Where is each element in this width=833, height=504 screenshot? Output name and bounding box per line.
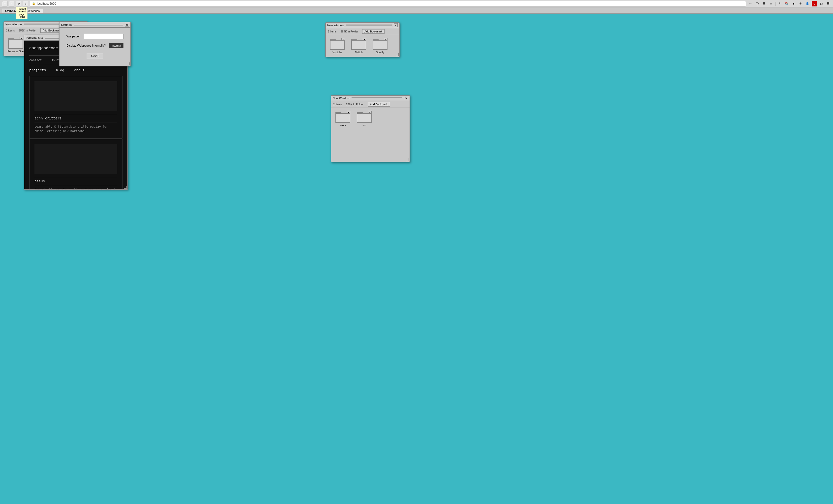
reload-button[interactable]: ↻ Reload current page (⌘R) [16, 1, 21, 6]
items-count-3: 2 items [333, 103, 342, 106]
browser-tabs: StartWave New Window [0, 7, 416, 14]
settings-wallpaper-row: Wallpaper [63, 32, 127, 41]
folder-youtube[interactable]: ✕ Youtube [329, 38, 346, 54]
new-window-2-content: ✕ Youtube ✕ Twitch ✕ [326, 35, 399, 57]
folder-body-jira [357, 113, 372, 123]
section-about[interactable]: about [74, 68, 85, 72]
internal-toggle[interactable]: Internal [109, 43, 123, 48]
folder-body-twitch [351, 41, 366, 50]
save-button[interactable]: SAVE [87, 53, 103, 59]
new-window-2-resize[interactable] [396, 53, 399, 56]
settings-body: Wallpaper Display Webpages Internally? I… [60, 28, 130, 66]
folder-label-spotify: Spotify [376, 51, 384, 54]
folder-label-jira: Jira [362, 124, 366, 127]
address-bar[interactable]: 🔒 localhost:5000 [30, 1, 416, 6]
settings-close[interactable]: ✕ [125, 23, 129, 27]
folder-icon-spotify: ✕ [373, 38, 387, 50]
folder-body-youtube [330, 41, 345, 50]
new-window-3-title: New Window [333, 97, 350, 100]
new-window-1-title: New Window [5, 23, 22, 26]
project-divider-1 [34, 114, 117, 114]
section-blog[interactable]: blog [56, 68, 64, 72]
settings-title: Settings [61, 23, 72, 26]
browser-chrome: ← → ↻ Reload current page (⌘R) ⌂ 🔒 local… [0, 0, 416, 14]
section-projects[interactable]: projects [29, 68, 46, 72]
display-label: Display Webpages Internally? [67, 44, 106, 47]
new-window-2-titlebar: New Window ✕ [326, 23, 399, 28]
folder-spotify[interactable]: ✕ Spotify [372, 38, 389, 54]
back-button[interactable]: ← [2, 1, 7, 6]
reload-tooltip: Reload current page (⌘R) [16, 7, 27, 19]
forward-button[interactable]: → [9, 1, 15, 6]
folder-personal-site[interactable]: ✕ Personal Site [7, 37, 24, 53]
folder-jira[interactable]: ✕ Jira [356, 111, 373, 127]
project-card-1[interactable]: acnh critters searchable & filterable cr… [29, 76, 122, 138]
new-window-2: New Window ✕ 3 items 384K in Folder Add … [325, 22, 400, 57]
folder-label-work: Work [340, 124, 346, 127]
new-window-2-toolbar: 3 items 384K in Folder Add Bookmark [326, 28, 399, 35]
folder-icon-personal-site: ✕ [8, 37, 23, 49]
folder-label-twitch: Twitch [355, 51, 362, 54]
wallpaper-label: Wallpaper [67, 35, 80, 38]
project-preview-2 [34, 144, 117, 174]
new-window-3-content: ✕ Work ✕ Jira [331, 108, 409, 130]
settings-display-row: Display Webpages Internally? Internal [63, 41, 127, 50]
browser-toolbar: ← → ↻ Reload current page (⌘R) ⌂ 🔒 local… [0, 0, 416, 7]
personal-site-title: Personal Site [26, 36, 43, 39]
settings-window: Settings ✕ Wallpaper Display Webpages In… [59, 22, 131, 67]
home-button[interactable]: ⌂ [23, 1, 28, 6]
settings-title-lines [74, 24, 123, 26]
folder-icon-work: ✕ [335, 111, 350, 123]
site-section-nav: projects blog about [29, 68, 122, 72]
new-window-3-titlebar: New Window ✕ [331, 96, 409, 101]
add-bookmark-2[interactable]: Add Bookmark [362, 29, 384, 34]
new-window-2-title: New Window [327, 24, 344, 27]
security-icon: 🔒 [32, 2, 35, 5]
project-title-2: ossus [34, 179, 117, 183]
folder-size-3: 256K in Folder [346, 103, 364, 106]
project-preview-1 [34, 81, 117, 111]
new-window-2-title-lines [346, 25, 392, 26]
settings-resize[interactable] [127, 62, 130, 66]
folder-label-personal-site: Personal Site [7, 50, 24, 53]
project-desc-1: searchable & filterable critterpedia+ fo… [34, 124, 117, 133]
folder-body-personal-site [8, 40, 23, 49]
folder-twitch[interactable]: ✕ Twitch [350, 38, 367, 54]
folder-icon-jira: ✕ [357, 111, 372, 123]
new-window-3-close[interactable]: ✕ [404, 96, 408, 100]
project-desc-divider-2 [34, 185, 117, 185]
desktop: New Window ✕ 2 items 256K in Folder Add … [0, 14, 416, 252]
personal-site-resize[interactable] [124, 186, 127, 189]
nav-contact[interactable]: contact [29, 58, 42, 62]
folder-icon-twitch: ✕ [351, 38, 366, 50]
items-count-2: 3 items [328, 30, 336, 33]
new-window-3-title-lines [352, 97, 402, 99]
folder-body-work [335, 113, 350, 123]
folder-size-1: 256K in Folder [19, 29, 37, 32]
wallpaper-input[interactable] [84, 34, 123, 39]
settings-titlebar: Settings ✕ [60, 22, 130, 28]
project-desc-2: dynamically create static and server ren… [34, 187, 117, 189]
folder-size-2: 384K in Folder [340, 30, 358, 33]
folder-label-youtube: Youtube [332, 51, 342, 54]
settings-save-row: SAVE [63, 50, 127, 62]
folder-icon-youtube: ✕ [330, 38, 345, 50]
items-count-1: 2 items [6, 29, 15, 32]
folder-body-spotify [373, 41, 387, 50]
project-title-1: acnh critters [34, 116, 117, 120]
new-window-3-resize[interactable] [406, 158, 409, 161]
url-display: localhost:5000 [37, 2, 56, 5]
new-window-2-close[interactable]: ✕ [394, 23, 398, 27]
new-window-3: New Window ✕ 2 items 256K in Folder Add … [331, 95, 410, 162]
project-card-2[interactable]: ossus dynamically create static and serv… [29, 139, 122, 189]
new-window-3-spacer [331, 130, 409, 162]
add-bookmark-3[interactable]: Add Bookmark [368, 102, 390, 106]
folder-work[interactable]: ✕ Work [334, 111, 352, 127]
new-window-3-toolbar: 2 items 256K in Folder Add Bookmark [331, 101, 409, 108]
